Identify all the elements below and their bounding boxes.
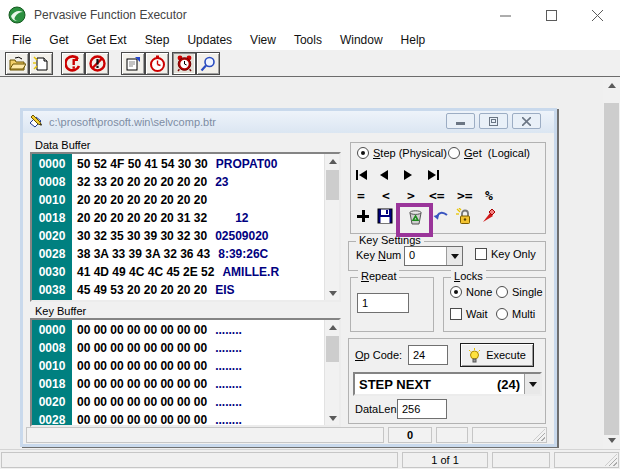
menu-step[interactable]: Step bbox=[136, 31, 179, 49]
undo-button[interactable] bbox=[432, 207, 450, 225]
new-file-button[interactable] bbox=[29, 52, 53, 75]
op-greater-equal-button[interactable]: >= bbox=[457, 188, 473, 203]
minimize-button[interactable] bbox=[482, 0, 528, 30]
child-close-button[interactable] bbox=[512, 113, 541, 129]
scroll-up-icon[interactable] bbox=[325, 154, 340, 168]
last-record-button[interactable] bbox=[428, 170, 439, 180]
hex-row[interactable]: 001000 00 00 00 00 00 00 00........ bbox=[32, 357, 324, 375]
menu-view[interactable]: View bbox=[241, 31, 285, 49]
maximize-button[interactable] bbox=[528, 0, 574, 30]
data-buffer-panel[interactable]: 000050 52 4F 50 41 54 30 30PROPAT0000083… bbox=[30, 152, 341, 302]
dropdown-arrow-icon[interactable] bbox=[446, 247, 462, 265]
dropdown-arrow-icon[interactable] bbox=[524, 374, 540, 394]
op-percent-button[interactable]: % bbox=[485, 188, 493, 203]
toolbar bbox=[0, 50, 620, 77]
hex-bytes: 00 00 00 00 00 00 00 00 bbox=[77, 321, 207, 339]
scroll-down-icon[interactable] bbox=[325, 411, 340, 425]
key-buffer-panel[interactable]: 000000 00 00 00 00 00 00 00........00080… bbox=[30, 318, 341, 427]
hex-row[interactable]: 002000 00 00 00 00 00 00 00........ bbox=[32, 393, 324, 411]
op-code-input[interactable] bbox=[408, 345, 448, 365]
radio-icon[interactable] bbox=[496, 308, 508, 320]
first-record-button[interactable] bbox=[356, 170, 367, 180]
menu-help[interactable]: Help bbox=[392, 31, 435, 49]
menu-window[interactable]: Window bbox=[331, 31, 392, 49]
scrollbar-thumb[interactable] bbox=[326, 170, 339, 200]
magnifier-button[interactable] bbox=[196, 52, 220, 75]
menu-updates[interactable]: Updates bbox=[178, 31, 241, 49]
hex-row[interactable]: 002800 00 00 00 00 00 00 00........ bbox=[32, 411, 324, 427]
scroll-up-icon[interactable] bbox=[603, 77, 620, 94]
previous-record-button[interactable] bbox=[380, 170, 388, 180]
hex-row[interactable]: 000832 33 20 20 20 20 20 2023 bbox=[32, 173, 324, 191]
ascii-text: ........ bbox=[215, 339, 242, 357]
hex-row[interactable]: 001800 00 00 00 00 00 00 00........ bbox=[32, 375, 324, 393]
radio-icon[interactable] bbox=[357, 147, 369, 159]
scroll-down-icon[interactable] bbox=[603, 432, 620, 449]
properties-button[interactable] bbox=[121, 52, 145, 75]
hex-row[interactable]: 002030 32 35 30 39 30 32 3002509020 bbox=[32, 227, 324, 245]
scroll-up-icon[interactable] bbox=[325, 320, 340, 334]
hex-address: 0028 bbox=[32, 245, 72, 263]
menu-tools[interactable]: Tools bbox=[285, 31, 331, 49]
menu-file[interactable]: File bbox=[3, 31, 40, 49]
hex-row[interactable]: 001020 20 20 20 20 20 20 20 bbox=[32, 191, 324, 209]
lock-button[interactable] bbox=[455, 207, 473, 225]
record-count: 0 bbox=[407, 429, 413, 441]
open-file-button[interactable] bbox=[5, 52, 29, 75]
checkbox-icon[interactable] bbox=[475, 248, 487, 260]
hex-row[interactable]: 002838 3A 33 39 3A 32 36 438:39:26C bbox=[32, 245, 324, 263]
hex-address: 0018 bbox=[32, 375, 72, 393]
checkbox-icon[interactable] bbox=[450, 308, 462, 320]
menu-get-ext[interactable]: Get Ext bbox=[78, 31, 136, 49]
hex-row[interactable]: 003845 49 53 20 20 20 20 20EIS bbox=[32, 281, 324, 299]
alarm-clock-button[interactable] bbox=[172, 52, 196, 75]
scrollbar-thumb[interactable] bbox=[326, 336, 339, 362]
resize-grip[interactable] bbox=[533, 429, 545, 441]
radio-icon[interactable] bbox=[448, 147, 460, 159]
op-less-button[interactable]: < bbox=[382, 188, 390, 203]
close-button[interactable] bbox=[574, 0, 620, 30]
child-minimize-button[interactable] bbox=[446, 113, 475, 129]
drop-button[interactable] bbox=[479, 207, 497, 225]
key-num-select[interactable]: 0 bbox=[404, 246, 463, 266]
resize-grip[interactable] bbox=[605, 454, 617, 466]
clear-button[interactable] bbox=[85, 52, 109, 75]
reset-button[interactable] bbox=[61, 52, 85, 75]
radio-icon[interactable] bbox=[496, 286, 508, 298]
next-record-button[interactable] bbox=[404, 170, 412, 180]
hex-row[interactable]: 000000 00 00 00 00 00 00 00........ bbox=[32, 321, 324, 339]
function-select[interactable]: STEP NEXT (24) bbox=[353, 372, 542, 396]
data-buffer-scrollbar[interactable] bbox=[324, 154, 339, 300]
op-greater-button[interactable]: > bbox=[407, 188, 415, 203]
save-button[interactable] bbox=[376, 207, 394, 225]
menu-get[interactable]: Get bbox=[40, 31, 77, 49]
lock-single-radio[interactable]: Single bbox=[496, 286, 543, 298]
radio-icon[interactable] bbox=[450, 286, 462, 298]
hex-row[interactable]: 003041 4D 49 4C 4C 45 2E 52AMILLE.R bbox=[32, 263, 324, 281]
step-physical-radio[interactable]: Step (Physical) bbox=[357, 147, 447, 159]
child-restore-button[interactable] bbox=[479, 113, 508, 129]
execute-button[interactable]: Execute bbox=[460, 343, 534, 367]
hex-row[interactable]: 000050 52 4F 50 41 54 30 30PROPAT00 bbox=[32, 155, 324, 173]
hex-row[interactable]: 001820 20 20 20 20 20 31 32 12 bbox=[32, 209, 324, 227]
child-title-bar[interactable]: c:\prosoft\prosoft.win\selvcomp.btr bbox=[23, 111, 554, 133]
lock-wait-checkbox[interactable]: Wait bbox=[450, 308, 488, 320]
repeat-input[interactable] bbox=[357, 293, 409, 313]
hex-bytes: 32 33 20 20 20 20 20 20 bbox=[77, 173, 207, 191]
stopwatch-button[interactable] bbox=[145, 52, 169, 75]
op-equal-button[interactable]: = bbox=[357, 188, 365, 203]
lock-multi-radio[interactable]: Multi bbox=[496, 308, 535, 320]
lock-none-radio[interactable]: None bbox=[450, 286, 492, 298]
op-less-equal-button[interactable]: <= bbox=[429, 188, 445, 203]
hex-row[interactable]: 000800 00 00 00 00 00 00 00........ bbox=[32, 339, 324, 357]
insert-button[interactable] bbox=[354, 207, 372, 225]
scroll-down-icon[interactable] bbox=[325, 286, 340, 300]
mdi-scrollbar[interactable] bbox=[603, 77, 620, 449]
datalen-input[interactable] bbox=[397, 399, 447, 419]
key-only-checkbox[interactable]: Key Only bbox=[475, 248, 536, 260]
locks-group: Locks None Single Wait Multi bbox=[443, 277, 546, 332]
key-num-label: Key Num bbox=[356, 249, 401, 261]
mdi-scrollbar-thumb[interactable] bbox=[604, 103, 619, 435]
get-logical-radio[interactable]: Get (Logical) bbox=[448, 147, 530, 159]
key-buffer-scrollbar[interactable] bbox=[324, 320, 339, 425]
